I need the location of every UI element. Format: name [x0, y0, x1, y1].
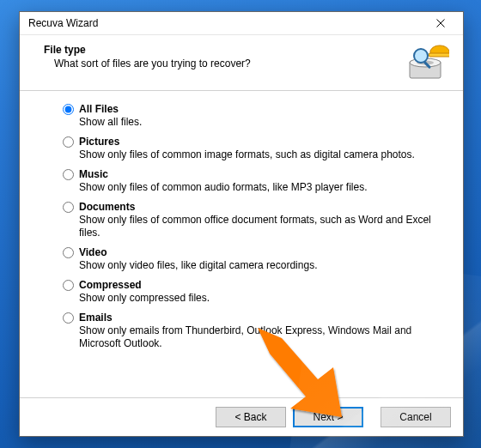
option-all-text: All FilesShow all files. — [79, 103, 444, 129]
option-compressed-radio[interactable] — [63, 280, 74, 291]
option-emails-text: EmailsShow only emails from Thunderbird,… — [79, 312, 444, 350]
svg-rect-5 — [429, 53, 449, 57]
window-title: Recuva Wizard — [28, 17, 98, 29]
option-documents-desc: Show only files of common office documen… — [79, 214, 444, 239]
cancel-button[interactable]: Cancel — [381, 407, 451, 427]
option-documents-text: DocumentsShow only files of common offic… — [79, 201, 444, 239]
back-button[interactable]: < Back — [216, 407, 286, 427]
option-pictures-text: PicturesShow only files of common image … — [79, 136, 444, 161]
desktop-background: Recuva Wizard File type What sort of fil… — [0, 0, 481, 448]
option-compressed-text: CompressedShow only compressed files. — [79, 279, 444, 305]
header-heading: File type — [44, 44, 251, 56]
option-music-label: Music — [79, 168, 444, 181]
close-icon — [436, 19, 445, 27]
svg-point-6 — [414, 49, 428, 63]
option-music-radio[interactable] — [63, 169, 74, 180]
option-compressed-label: Compressed — [79, 279, 444, 292]
option-emails-label: Emails — [79, 312, 444, 324]
option-music-desc: Show only files of common audio formats,… — [79, 181, 444, 194]
option-emails[interactable]: EmailsShow only emails from Thunderbird,… — [63, 312, 444, 350]
option-emails-radio[interactable] — [63, 312, 74, 324]
header-subheading: What sort of files are you trying to rec… — [54, 58, 251, 70]
option-emails-desc: Show only emails from Thunderbird, Outlo… — [79, 324, 444, 350]
option-all[interactable]: All FilesShow all files. — [63, 103, 444, 129]
next-button[interactable]: Next > — [293, 407, 363, 427]
close-button[interactable] — [423, 13, 458, 33]
wizard-header: File type What sort of files are you try… — [20, 35, 463, 91]
option-pictures-desc: Show only files of common image formats,… — [79, 148, 444, 161]
option-compressed-desc: Show only compressed files. — [79, 292, 444, 305]
titlebar: Recuva Wizard — [20, 12, 463, 35]
options-area: All FilesShow all files.PicturesShow onl… — [20, 91, 463, 397]
option-video-radio[interactable] — [63, 247, 74, 258]
option-documents-label: Documents — [79, 201, 444, 214]
option-all-desc: Show all files. — [79, 116, 444, 129]
option-all-radio[interactable] — [63, 104, 74, 115]
option-music[interactable]: MusicShow only files of common audio for… — [63, 168, 444, 194]
option-video-desc: Show only video files, like digital came… — [79, 259, 444, 272]
option-music-text: MusicShow only files of common audio for… — [79, 168, 444, 194]
hard-drive-search-icon — [408, 44, 449, 82]
option-video-label: Video — [79, 246, 444, 259]
option-compressed[interactable]: CompressedShow only compressed files. — [63, 279, 444, 305]
option-all-label: All Files — [79, 103, 444, 116]
option-video-text: VideoShow only video files, like digital… — [79, 246, 444, 272]
option-pictures[interactable]: PicturesShow only files of common image … — [63, 136, 444, 161]
option-pictures-radio[interactable] — [63, 136, 74, 148]
option-pictures-label: Pictures — [79, 136, 444, 148]
option-video[interactable]: VideoShow only video files, like digital… — [63, 246, 444, 272]
option-documents-radio[interactable] — [63, 202, 74, 213]
header-text: File type What sort of files are you try… — [44, 44, 251, 70]
wizard-window: Recuva Wizard File type What sort of fil… — [19, 11, 464, 437]
wizard-footer: < Back Next > Cancel — [20, 397, 463, 436]
option-documents[interactable]: DocumentsShow only files of common offic… — [63, 201, 444, 239]
